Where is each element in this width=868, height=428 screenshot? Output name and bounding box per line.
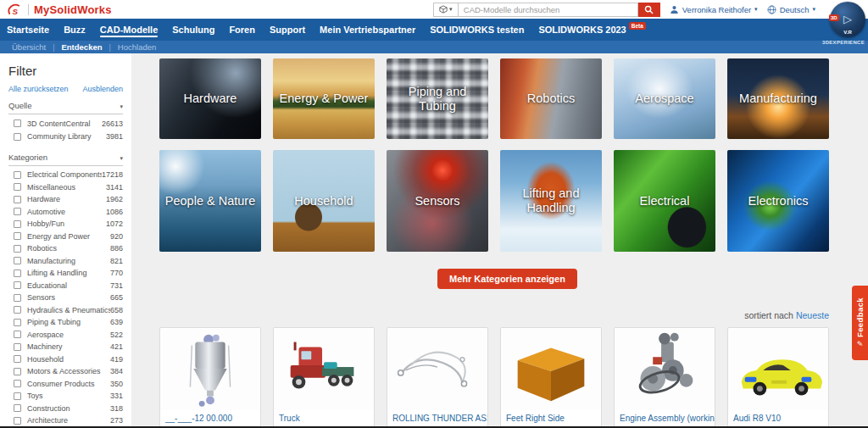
model-title[interactable]: ROLLING THUNDER ASSEM... [387,411,487,423]
filter-section-quelle[interactable]: Quelle ▾ [8,101,123,114]
category-tile-lifting-handling[interactable]: Lifting and Handling [500,150,602,252]
filter-item[interactable]: Sensors665 [8,292,123,304]
user-menu[interactable]: Verronika Reithofer ▾ [670,5,758,14]
category-tile-robotics[interactable]: Robotics [500,58,602,139]
subnav-separator: | [109,43,111,52]
filter-item[interactable]: Automotive1086 [8,206,123,219]
3dexperience-label: 3DEXPERIENCE [822,40,865,45]
model-card[interactable]: Engine Assembly (working) [614,327,715,428]
checkbox[interactable] [14,232,21,240]
category-tile-electrical[interactable]: Electrical [614,150,715,252]
category-tile-sensors[interactable]: Sensors [387,150,488,252]
model-card[interactable]: ROLLING THUNDER ASSEM... [387,327,488,428]
checkbox[interactable] [14,306,21,314]
checkbox[interactable] [14,183,21,191]
nav-item-startseite[interactable]: Startseite [7,20,49,40]
category-tile-hardware[interactable]: Hardware [159,58,261,139]
subnav-item-hochladen[interactable]: Hochladen [118,42,156,52]
filter-item[interactable]: Hobby/Fun1072 [8,218,123,231]
filter-item[interactable]: Toys331 [8,390,123,403]
model-card[interactable]: Audi R8 V10 [727,327,829,428]
nav-item-support[interactable]: Support [270,20,305,40]
model-title[interactable]: Truck [274,411,374,423]
checkbox[interactable] [14,343,21,351]
filter-item[interactable]: Miscellaneous3141 [8,181,123,194]
checkbox[interactable] [14,208,21,215]
filter-item[interactable]: Lifting & Handling770 [8,267,123,280]
checkbox[interactable] [14,294,21,302]
nav-item-cad-modelle[interactable]: CAD-Modelle [100,20,158,40]
subnav-item-entdecken[interactable]: Entdecken [61,42,102,52]
feedback-tab[interactable]: Feedback ✎ [852,286,868,360]
checkbox[interactable] [14,355,21,363]
language-menu[interactable]: Deutsch ▾ [767,5,815,14]
model-card[interactable]: __-___-12 00.000 [159,327,261,428]
model-title[interactable]: Engine Assembly (working) [615,411,715,423]
category-tile-household[interactable]: Household [273,150,375,252]
model-card[interactable]: Feet Right Side [500,327,602,428]
checkbox[interactable] [14,220,21,228]
checkbox[interactable] [14,270,21,277]
nav-item-solidworks-2023[interactable]: SOLIDWORKS 2023Beta [538,20,645,40]
reset-filters-link[interactable]: Alle zurücksetzen [8,85,69,93]
nav-item-buzz[interactable]: Buzz [64,20,86,40]
filter-item[interactable]: Community Library3981 [8,131,123,144]
checkbox[interactable] [14,380,21,387]
checkbox[interactable] [14,281,21,289]
filter-item[interactable]: Robotics886 [8,242,123,255]
category-tile-aerospace[interactable]: Aerospace [614,58,715,139]
checkbox[interactable] [14,171,21,179]
checkbox[interactable] [14,133,21,141]
subnav-item-uebersicht[interactable]: Übersicht [12,42,46,52]
filter-item[interactable]: Consumer Products350 [8,378,123,391]
model-title[interactable]: Feet Right Side [501,411,601,423]
category-tile-energy-power[interactable]: Energy & Power [273,58,375,139]
checkbox[interactable] [14,368,21,375]
more-categories-button[interactable]: Mehr Kategorien anzeigen [437,269,577,289]
hide-filters-link[interactable]: Ausblenden [82,85,123,93]
3dexperience-compass[interactable]: ▷ 3D V.R [830,2,865,37]
filter-item[interactable]: 3D ContentCentral26613 [8,117,123,131]
search-input[interactable] [459,3,638,17]
model-thumbnail-orange-box [501,328,601,411]
search-scope-dropdown[interactable]: ▾ [433,3,459,17]
checkbox[interactable] [14,392,21,400]
nav-item-solidworks-testen[interactable]: SOLIDWORKS testen [430,20,524,40]
category-tile-piping-tubing[interactable]: Piping and Tubing [387,58,488,139]
search-button[interactable] [638,3,660,17]
filter-item[interactable]: Hardware1962 [8,193,123,206]
nav-item-schulung[interactable]: Schulung [172,20,214,40]
brand-title[interactable]: MySolidWorks [34,3,112,16]
filter-item[interactable]: Machinery421 [8,341,123,353]
filter-section-kategorien[interactable]: Kategorien ▾ [8,153,123,166]
filter-item[interactable]: Construction318 [8,403,123,415]
checkbox[interactable] [14,404,21,412]
checkbox[interactable] [14,319,21,326]
model-title[interactable]: __-___-12 00.000 [160,411,260,423]
filter-item[interactable]: Energy and Power920 [8,231,123,243]
checkbox[interactable] [14,120,21,127]
filter-item[interactable]: Educational731 [8,280,123,292]
checkbox[interactable] [14,417,21,425]
filter-item[interactable]: Household419 [8,353,123,366]
model-card[interactable]: Truck [273,327,375,428]
checkbox[interactable] [14,257,21,264]
nav-item-foren[interactable]: Foren [229,20,255,40]
category-tile-manufacturing[interactable]: Manufacturing [727,58,829,139]
filter-item[interactable]: Architecture273 [8,414,123,427]
filter-item[interactable]: Piping & Tubing639 [8,316,123,329]
checkbox[interactable] [14,196,21,203]
model-title[interactable]: Audi R8 V10 [728,411,828,423]
filter-item[interactable]: Electrical Components17218 [8,169,123,181]
checkbox[interactable] [14,245,21,253]
category-tile-electronics[interactable]: Electronics [727,150,829,252]
logo-area[interactable]: S MySolidWorks [7,3,112,16]
filter-item[interactable]: Hydraulics & Pneumatics658 [8,304,123,317]
nav-item-vertriebspartner[interactable]: Mein Vertriebspartner [320,20,415,40]
checkbox[interactable] [14,331,21,338]
category-tile-people-nature[interactable]: People & Nature [159,150,261,252]
filter-item[interactable]: Motors & Accessories384 [8,365,123,378]
filter-item[interactable]: Manufacturing821 [8,255,123,268]
filter-item[interactable]: Aerospace522 [8,329,123,342]
sort-value-link[interactable]: Neueste [796,310,829,320]
